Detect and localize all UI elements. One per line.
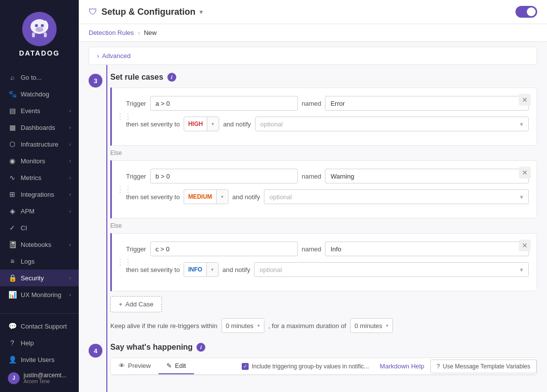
step3-section: 3 Set rule cases i ⋮⋮ Trigger — [89, 73, 537, 333]
dashboards-icon: ▦ — [8, 123, 17, 131]
content-area: › Advanced 3 Set rule cases i — [79, 42, 547, 392]
drag-handle-2[interactable]: ⋮⋮ — [116, 185, 132, 194]
watchdog-icon: 🐾 — [8, 90, 17, 98]
infrastructure-icon: ⬡ — [8, 140, 17, 148]
keep-alive-within-select[interactable]: 0 minutes ▾ — [222, 318, 264, 333]
rule-case-3-trigger-row: Trigger named — [126, 241, 529, 256]
security-chevron-icon: › — [69, 275, 71, 281]
sidebar-item-events[interactable]: ▤ Events › — [0, 102, 79, 119]
sidebar-logo: DATADOG — [0, 0, 79, 69]
severity-select-2[interactable]: MEDIUM ▾ — [184, 189, 228, 204]
header-chevron-icon: ▾ — [199, 8, 203, 16]
close-case-3[interactable]: ✕ — [519, 240, 531, 251]
template-btn-label: Use Message Template Variables — [443, 363, 530, 370]
step3-help-icon[interactable]: i — [167, 73, 176, 82]
sidebar-item-support[interactable]: 💬 Contact Support — [0, 318, 79, 334]
sidebar-item-logs[interactable]: ≡ Logs — [0, 253, 79, 270]
rule-case-1-wrapper: ⋮⋮ Trigger named then set severity to — [110, 88, 537, 146]
sidebar-item-help[interactable]: ? Help — [0, 334, 79, 351]
keep-alive-prefix: Keep alive if the rule re-triggers withi… — [110, 322, 218, 330]
breadcrumb-parent[interactable]: Detection Rules — [89, 29, 134, 36]
monitors-chevron-icon: › — [69, 158, 71, 164]
severity-label-1: then set severity to — [126, 121, 180, 128]
sidebar-item-goto[interactable]: ⌕ Go to... — [0, 69, 79, 86]
sidebar: DATADOG ⌕ Go to... 🐾 Watchdog ▤ Events ›… — [0, 0, 79, 392]
named-label-2: named — [302, 173, 322, 180]
notebooks-icon: 📓 — [8, 241, 17, 248]
sidebar-item-watchdog[interactable]: 🐾 Watchdog — [0, 86, 79, 102]
add-case-label: Add Case — [126, 301, 154, 308]
name-input-1[interactable] — [325, 96, 529, 111]
tab-preview[interactable]: 👁 Preview — [111, 358, 159, 374]
sidebar-item-apm[interactable]: ◈ APM › — [0, 203, 79, 219]
notify-select-3[interactable]: optional ▾ — [254, 262, 529, 277]
sidebar-item-ci[interactable]: ✓ CI — [0, 219, 79, 236]
step4-help-icon[interactable]: i — [196, 343, 205, 352]
rule-case-1-severity-row: then set severity to HIGH ▾ and notify o… — [126, 117, 529, 131]
trigger-label-3: Trigger — [126, 245, 146, 253]
trigger-input-3[interactable] — [150, 241, 298, 256]
add-case-button[interactable]: + Add Case — [110, 296, 162, 312]
name-input-3[interactable] — [325, 241, 529, 256]
drag-handle-3[interactable]: ⋮⋮ — [116, 258, 132, 267]
drag-handle-1[interactable]: ⋮⋮ — [116, 112, 132, 121]
sidebar-item-metrics[interactable]: ∿ Metrics › — [0, 169, 79, 186]
sidebar-item-security[interactable]: 🔒 Security › — [0, 270, 79, 286]
sidebar-item-label-apm: APM — [21, 208, 34, 215]
trigger-input-1[interactable] — [150, 96, 298, 111]
severity-select-3[interactable]: INFO ▾ — [184, 262, 219, 277]
step4-badge: 4 — [89, 344, 102, 358]
breadcrumb-separator: › — [138, 29, 140, 36]
advanced-label: Advanced — [102, 52, 130, 60]
step3-badge: 3 — [89, 74, 102, 88]
main-content: 🛡 Setup & Configuration ▾ Detection Rule… — [79, 0, 547, 392]
events-chevron-icon: › — [69, 108, 71, 114]
sidebar-item-dashboards[interactable]: ▦ Dashboards › — [0, 119, 79, 136]
sidebar-item-infrastructure[interactable]: ⬡ Infrastructure › — [0, 136, 79, 152]
rule-case-3-severity-row: then set severity to INFO ▾ and notify o… — [126, 262, 529, 277]
ci-icon: ✓ — [8, 224, 17, 232]
severity-label-3: then set severity to — [126, 266, 180, 273]
sidebar-item-label-monitors: Monitors — [21, 157, 45, 165]
notify-placeholder-2: optional — [269, 193, 292, 201]
sidebar-item-monitors[interactable]: ◉ Monitors › — [0, 152, 79, 169]
severity-select-1[interactable]: HIGH ▾ — [184, 117, 219, 131]
sidebar-item-label-events: Events — [21, 107, 40, 115]
close-case-1[interactable]: ✕ — [519, 94, 531, 106]
add-case-plus-icon: + — [119, 301, 123, 308]
tab-edit[interactable]: ✎ Edit — [159, 358, 193, 374]
name-input-2[interactable] — [325, 169, 529, 183]
enable-toggle[interactable] — [515, 6, 537, 18]
step4-section: 4 Say what's happening i 👁 Preview — [89, 343, 537, 375]
notify-select-1[interactable]: optional ▾ — [255, 117, 529, 131]
sidebar-item-ux[interactable]: 📊 UX Monitoring › — [0, 286, 79, 303]
user-row: J justin@arcemt... Arcem Tene — [0, 368, 79, 388]
svg-rect-4 — [32, 32, 35, 37]
user-role: Arcem Tene — [24, 379, 66, 384]
group-by-checkbox[interactable]: ✓ — [242, 363, 249, 370]
severity-label-2: then set severity to — [126, 193, 180, 201]
sidebar-item-label-help: Help — [21, 339, 34, 347]
sidebar-item-label-invite: Invite Users — [21, 356, 55, 363]
notify-select-2[interactable]: optional ▾ — [264, 189, 529, 204]
checkbox-label: Include triggering group-by values in no… — [252, 363, 369, 370]
rule-case-2-severity-row: then set severity to MEDIUM ▾ and notify… — [126, 189, 529, 204]
content-inner: › Advanced 3 Set rule cases i — [79, 47, 547, 392]
close-case-2[interactable]: ✕ — [519, 167, 531, 179]
template-btn[interactable]: ? Use Message Template Variables — [430, 360, 537, 373]
trigger-input-2[interactable] — [150, 169, 298, 183]
sidebar-item-label-watchdog: Watchdog — [21, 90, 49, 98]
notify-label-2: and notify — [232, 193, 260, 201]
rule-case-2-wrapper: ⋮⋮ Trigger named then set severity to — [110, 160, 537, 218]
setup-icon: 🛡 — [89, 7, 97, 17]
apm-chevron-icon: › — [69, 209, 71, 214]
markdown-help-link[interactable]: Markdown Help — [374, 359, 430, 374]
sidebar-item-invite[interactable]: 👤 Invite Users — [0, 351, 79, 368]
say-panel: 👁 Preview ✎ Edit ✓ Inclu — [110, 358, 537, 375]
sidebar-item-integrations[interactable]: ⊞ Integrations › — [0, 186, 79, 203]
advanced-toggle[interactable]: › Advanced — [97, 52, 529, 60]
sidebar-item-notebooks[interactable]: 📓 Notebooks › — [0, 236, 79, 253]
keep-alive-max-select[interactable]: 0 minutes ▾ — [350, 318, 393, 333]
integrations-icon: ⊞ — [8, 190, 17, 198]
metrics-chevron-icon: › — [69, 175, 71, 181]
